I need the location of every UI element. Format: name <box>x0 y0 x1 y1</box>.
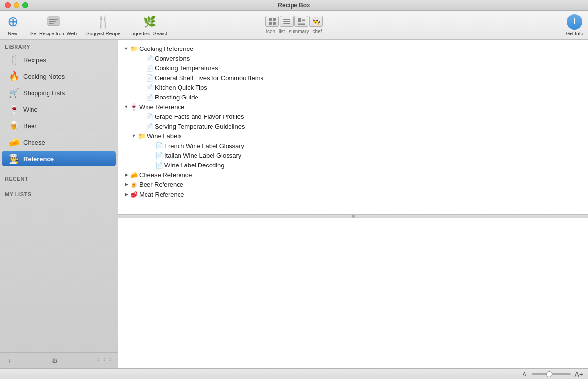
tree-item-conversions[interactable]: Conversions <box>118 53 588 63</box>
sidebar-bottom: + ⚙ ⋮⋮⋮ <box>0 352 118 368</box>
content-area: 📁 Cooking Reference Conversions Cooking … <box>118 40 588 368</box>
zoom-slider[interactable] <box>532 373 571 375</box>
zoom-slider-thumb[interactable] <box>546 371 552 377</box>
svg-rect-6 <box>269 22 272 25</box>
tree-item-cooking-temps[interactable]: Cooking Temperatures <box>118 63 588 73</box>
new-label: New <box>8 31 17 36</box>
grape-facts-label: Grape Facts and Flavor Profiles <box>155 113 244 120</box>
cheese-reference-label: Cheese Reference <box>139 171 192 179</box>
tree-item-shelf-lives[interactable]: General Shelf Lives for Common Items <box>118 73 588 82</box>
main-content: LIBRARY 🍴 Recipes 🔥 Cooking Notes 🛒 Shop… <box>0 40 588 368</box>
svg-rect-9 <box>283 21 290 22</box>
maximize-button[interactable] <box>22 2 28 8</box>
tree-item-french-wine[interactable]: French Wine Label Glossary <box>118 141 588 150</box>
sidebar-item-beer[interactable]: 🍺 Beer <box>2 118 116 133</box>
cooking-temps-arrow <box>138 64 146 72</box>
sidebar-item-wine[interactable]: 🍷 Wine <box>2 101 116 117</box>
pane-divider-dot <box>352 215 355 218</box>
bottom-bar: A- A+ <box>0 368 588 379</box>
sidebar-item-cooking-notes[interactable]: 🔥 Cooking Notes <box>2 68 116 84</box>
content-bottom-pane <box>118 218 588 368</box>
svg-rect-1 <box>49 19 58 20</box>
conversions-label: Conversions <box>155 55 190 62</box>
close-button[interactable] <box>5 2 11 8</box>
conversions-doc-icon <box>146 54 153 62</box>
toolbar-right: i Get Info <box>566 14 583 36</box>
svg-rect-14 <box>298 23 305 24</box>
meat-reference-arrow[interactable] <box>122 190 130 198</box>
wine-labels-arrow[interactable] <box>130 132 138 140</box>
new-button[interactable]: ⊕ New <box>5 14 20 36</box>
zoom-minus-label[interactable]: A- <box>523 371 528 377</box>
cooking-notes-icon: 🔥 <box>9 71 19 82</box>
tree-item-serving-temp[interactable]: Serving Temperature Guidelines <box>118 121 588 131</box>
settings-button[interactable]: ⚙ <box>50 356 60 365</box>
svg-rect-3 <box>49 23 54 24</box>
wine-reference-icon: 🍷 <box>130 103 138 111</box>
conversions-arrow <box>138 54 146 62</box>
minimize-button[interactable] <box>14 2 19 8</box>
cheese-reference-icon: 🧀 <box>130 171 138 179</box>
tree-item-meat-reference[interactable]: 🥩 Meat Reference <box>118 189 588 199</box>
sidebar-item-shopping-lists[interactable]: 🛒 Shopping Lists <box>2 85 116 100</box>
shelf-lives-label: General Shelf Lives for Common Items <box>155 74 263 82</box>
wine-labels-label: Wine Labels <box>147 132 182 140</box>
tree-item-beer-reference[interactable]: 🍺 Beer Reference <box>118 180 588 189</box>
sidebar-item-recipes[interactable]: 🍴 Recipes <box>2 52 116 67</box>
chef-view-button[interactable]: 👨‍🍳 <box>309 16 323 27</box>
recent-label: RECENT <box>0 172 118 183</box>
get-recipe-icon <box>46 14 61 30</box>
sidebar-resize-handle[interactable]: ⋮⋮⋮ <box>96 357 113 364</box>
suggest-icon: 🍴 <box>96 14 111 30</box>
tree-item-kitchen-tips[interactable]: Kitchen Quick Tips <box>118 82 588 92</box>
beer-reference-arrow[interactable] <box>122 181 130 188</box>
list-view-button[interactable] <box>280 16 294 27</box>
add-button[interactable]: + <box>5 356 15 365</box>
tree-item-cheese-reference[interactable]: 🧀 Cheese Reference <box>118 170 588 180</box>
icon-view-label: icon <box>266 29 275 34</box>
shelf-lives-arrow <box>138 74 146 82</box>
zoom-plus-label[interactable]: A+ <box>574 370 583 378</box>
wine-reference-arrow[interactable] <box>122 103 130 111</box>
tree-item-roasting-guide[interactable]: Roasting Guide <box>118 92 588 102</box>
meat-reference-icon: 🥩 <box>130 190 138 198</box>
wine-label-decoding-label: Wine Label Decoding <box>164 162 225 169</box>
cooking-temps-doc-icon <box>146 64 153 72</box>
get-recipe-button[interactable]: Get Recipe from Web <box>30 14 77 36</box>
tree-item-grape-facts[interactable]: Grape Facts and Flavor Profiles <box>118 112 588 121</box>
tree-item-wine-labels[interactable]: 📁 Wine Labels <box>118 131 588 141</box>
sidebar-item-reference[interactable]: 👨‍🍳 Reference <box>2 151 116 166</box>
kitchen-tips-doc-icon <box>146 83 153 91</box>
sidebar-item-cheese[interactable]: 🧀 Cheese <box>2 134 116 150</box>
wine-labels-folder-icon: 📁 <box>138 132 146 140</box>
ingredient-search-icon: 🌿 <box>142 14 157 30</box>
shopping-lists-icon: 🛒 <box>9 87 19 98</box>
serving-temp-label: Serving Temperature Guidelines <box>155 123 245 130</box>
tree-item-wine-reference[interactable]: 🍷 Wine Reference <box>118 102 588 112</box>
tree-item-cooking-reference[interactable]: 📁 Cooking Reference <box>118 44 588 53</box>
view-buttons: 👨‍🍳 <box>265 16 323 27</box>
get-info-button[interactable]: i <box>567 14 582 30</box>
cooking-reference-arrow[interactable] <box>122 45 130 52</box>
window-controls[interactable] <box>5 2 28 8</box>
summary-view-button[interactable] <box>294 16 308 27</box>
recipes-icon: 🍴 <box>9 54 19 65</box>
icon-view-button[interactable] <box>265 16 279 27</box>
get-recipe-label: Get Recipe from Web <box>30 31 77 36</box>
svg-rect-8 <box>283 19 290 20</box>
beer-icon: 🍺 <box>9 120 19 131</box>
suggest-button[interactable]: 🍴 Suggest Recipe <box>86 14 121 36</box>
my-lists-label: MY LISTS <box>0 187 118 199</box>
svg-rect-4 <box>269 18 272 21</box>
ingredient-search-button[interactable]: 🌿 Ingredient Search <box>131 14 169 36</box>
suggest-label: Suggest Recipe <box>86 31 121 36</box>
pane-divider[interactable] <box>118 214 588 218</box>
ingredient-label: Ingredient Search <box>131 31 169 36</box>
svg-rect-5 <box>273 18 276 21</box>
tree-item-italian-wine[interactable]: Italian Wine Label Glossary <box>118 150 588 160</box>
beer-reference-icon: 🍺 <box>130 181 138 188</box>
toolbar-left: ⊕ New Get Recipe from Web 🍴 Suggest Reci… <box>5 14 169 36</box>
tree-item-wine-label-decoding[interactable]: Wine Label Decoding <box>118 160 588 170</box>
toolbar: ⊕ New Get Recipe from Web 🍴 Suggest Reci… <box>0 11 588 40</box>
cheese-reference-arrow[interactable] <box>122 171 130 179</box>
